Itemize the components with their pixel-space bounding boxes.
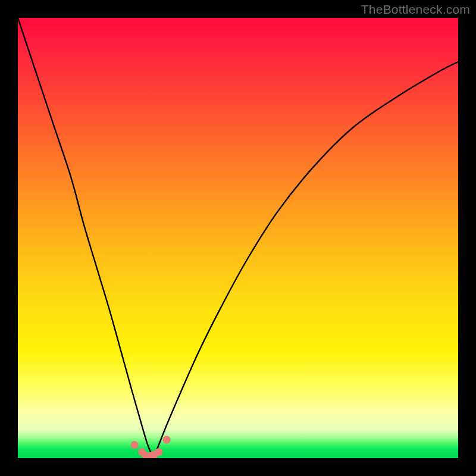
marker-dot [163,436,171,443]
curve-right-branch [154,62,458,458]
bottom-markers [131,436,171,458]
plot-area [18,18,458,458]
marker-dot [155,448,162,456]
marker-dot [131,441,139,449]
chart-frame: TheBottleneck.com [0,0,476,476]
curve-layer [18,18,458,458]
watermark-text: TheBottleneck.com [361,2,470,17]
curve-left-branch [18,18,154,458]
